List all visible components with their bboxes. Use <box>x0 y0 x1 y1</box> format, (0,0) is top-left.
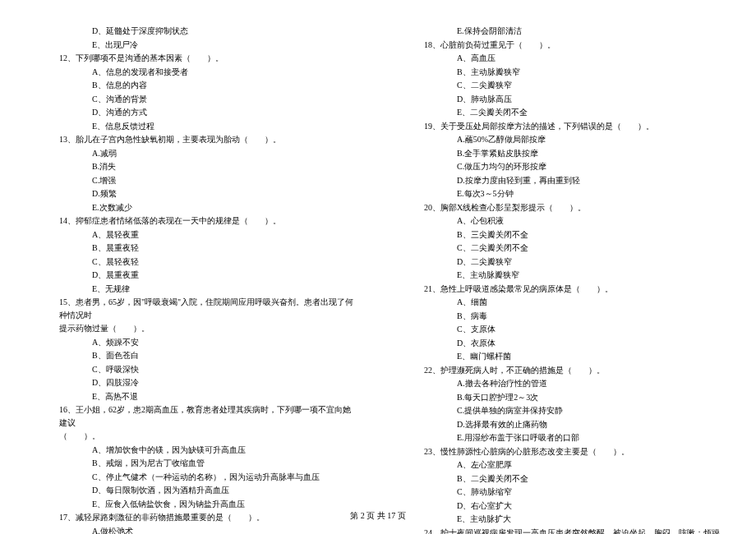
option-line: C、支原体 <box>457 323 723 336</box>
option-line: B.消失 <box>92 160 358 173</box>
option-line: E.次数减少 <box>92 201 358 214</box>
option-line: D、延髓处于深度抑制状态 <box>92 25 358 38</box>
question-heading: 23、慢性肺源性心脏病的心脏形态改变主要是（ ）。 <box>424 445 723 458</box>
option-line: A、晨轻夜重 <box>92 228 358 242</box>
option-line: C、停止气健术（一种运动的名称），因为运动升高脉率与血压 <box>92 471 358 484</box>
option-line: A、增加饮食中的镁，因为缺镁可升高血压 <box>92 444 358 457</box>
option-line: D、晨重夜重 <box>92 269 358 282</box>
option-line: E.保持会阴部清洁 <box>457 25 723 38</box>
option-line: B、信息的内容 <box>92 79 358 92</box>
option-line: B、主动脉瓣狭窄 <box>457 66 723 79</box>
option-line: C、二尖瓣狭窄 <box>457 79 723 92</box>
left-column: D、延髓处于深度抑制状态E、出现尸冷12、下列哪项不是沟通的基本因素（ ）。A、… <box>0 25 381 534</box>
option-line: B、三尖瓣关闭不全 <box>457 228 723 242</box>
option-line: B、戒烟，因为尼古丁收缩血管 <box>92 457 358 470</box>
question-heading: 14、抑郁症患者情绪低落的表现在一天中的规律是（ ）。 <box>59 214 358 228</box>
option-line: D、沟通的方式 <box>92 106 358 119</box>
option-line: B、二尖瓣关闭不全 <box>457 472 723 486</box>
question-heading: 21、急性上呼吸道感染最常见的病原体是（ ）。 <box>424 283 723 296</box>
question-heading: 24、护士夜间巡视病房发现一高血压患者突然憋醒，被迫坐起，胸闷、咳嗽；烦躁不安，… <box>424 527 723 535</box>
option-line: E、高热不退 <box>92 390 358 403</box>
question-heading: 20、胸部X线检查心影呈梨形提示（ ）。 <box>424 201 723 214</box>
option-line: A.撤去各种治疗性的管道 <box>457 377 723 390</box>
question-heading: 16、王小姐，62岁，患2期高血压，教育患者处理其疾病时，下列哪一项不宜向她建议 <box>59 403 358 429</box>
option-line: C、二尖瓣关闭不全 <box>457 242 723 255</box>
option-line: D、四肢湿冷 <box>92 376 358 389</box>
question-heading: 19、关于受压处局部按摩方法的描述，下列错误的是（ ）。 <box>424 120 723 133</box>
option-line: A.蘸50%乙醇做局部按摩 <box>457 133 723 146</box>
option-line: A、细菌 <box>457 296 723 309</box>
option-line: D、肺动脉高压 <box>457 93 723 106</box>
option-line: C、沟通的背景 <box>92 93 358 106</box>
option-line: B、面色苍白 <box>92 349 358 362</box>
option-line: A、高血压 <box>457 52 723 65</box>
option-line: C.增强 <box>92 174 358 187</box>
option-line: C.提供单独的病室并保持安静 <box>457 404 723 417</box>
option-line: A、信息的发现者和接受者 <box>92 66 358 79</box>
option-line: B.全手掌紧贴皮肤按摩 <box>457 147 723 160</box>
question-heading: 13、胎儿在子宫内急性缺氧初期，主要表现为胎动（ ）。 <box>59 133 358 146</box>
option-line: C.做压力均匀的环形按摩 <box>457 160 723 173</box>
option-line: D.选择最有效的止痛药物 <box>457 418 723 431</box>
page-footer: 第 2 页 共 17 页 <box>0 509 756 522</box>
question-continuation: 提示药物过量（ ）。 <box>59 322 358 335</box>
option-line: A、左心室肥厚 <box>457 458 723 472</box>
option-line: A、心包积液 <box>457 214 723 228</box>
option-line: A.减弱 <box>92 147 358 160</box>
option-line: B、病毒 <box>457 310 723 323</box>
question-heading: 18、心脏前负荷过重见于（ ）。 <box>424 39 723 52</box>
question-heading: 12、下列哪项不是沟通的基本因素（ ）。 <box>59 52 358 65</box>
option-line: B、晨重夜轻 <box>92 242 358 255</box>
option-line: C、呼吸深快 <box>92 363 358 376</box>
option-line: E、二尖瓣关闭不全 <box>457 106 723 119</box>
option-line: D、衣原体 <box>457 337 723 350</box>
option-line: D、二尖瓣狭窄 <box>457 255 723 269</box>
question-continuation: （ ）。 <box>59 430 358 443</box>
question-heading: 22、护理濒死病人时，不正确的措施是（ ）。 <box>424 364 723 377</box>
option-line: E.每次3～5分钟 <box>457 187 723 200</box>
option-line: A、烦躁不安 <box>92 336 358 349</box>
option-line: C、肺动脉缩窄 <box>457 486 723 499</box>
option-line: E、幽门螺杆菌 <box>457 350 723 363</box>
option-line: D.频繁 <box>92 187 358 200</box>
exam-page: D、延髓处于深度抑制状态E、出现尸冷12、下列哪项不是沟通的基本因素（ ）。A、… <box>0 0 756 534</box>
option-line: D、每日限制饮酒，因为酒精升高血压 <box>92 484 358 497</box>
option-line: A.做松弛术 <box>92 525 358 535</box>
option-line: E、信息反馈过程 <box>92 120 358 133</box>
right-column: E.保持会阴部清洁18、心脏前负荷过重见于（ ）。A、高血压B、主动脉瓣狭窄C、… <box>381 25 756 534</box>
option-line: C、晨轻夜轻 <box>92 255 358 269</box>
option-line: E、无规律 <box>92 283 358 296</box>
option-line: E、主动脉瓣狭窄 <box>457 269 723 282</box>
option-line: E、出现尸冷 <box>92 39 358 52</box>
option-line: E.用湿纱布盖于张口呼吸者的口部 <box>457 431 723 444</box>
option-line: B.每天口腔护理2～3次 <box>457 391 723 404</box>
option-line: D.按摩力度由轻到重，再由重到轻 <box>457 174 723 187</box>
question-heading: 15、患者男，65岁，因"呼吸衰竭"入院，住院期间应用呼吸兴奋剂。患者出现了何种… <box>59 296 358 321</box>
